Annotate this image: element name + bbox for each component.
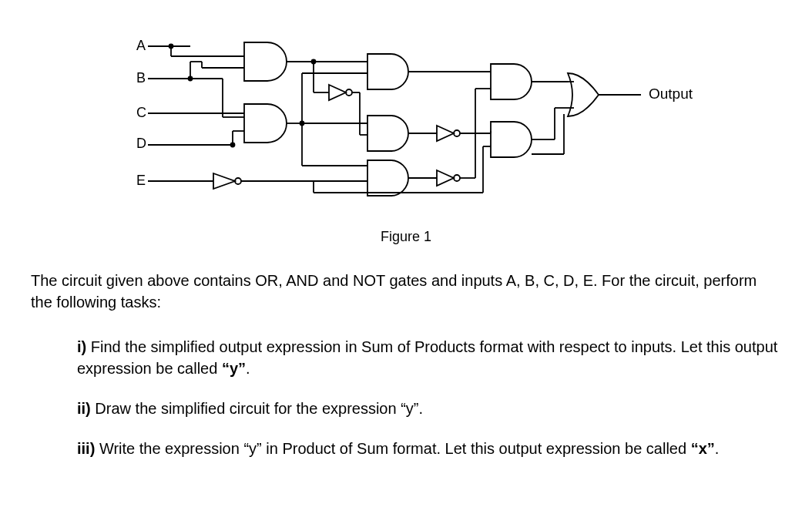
task-iii-tail: .	[715, 440, 720, 457]
input-label-b: B	[136, 70, 146, 86]
not-gate-bot2	[437, 170, 460, 186]
task-i-body: Find the simplified output expression in…	[77, 338, 777, 377]
or-gate-output	[568, 73, 599, 116]
input-label-d: D	[136, 136, 146, 151]
intro-text: The circuit given above contains OR, AND…	[31, 270, 781, 313]
task-i: i) Find the simplified output expression…	[77, 336, 781, 379]
not-gate-g1out	[329, 85, 352, 100]
task-iii: iii) Write the expression “y” in Product…	[77, 438, 781, 459]
task-i-prefix: i)	[77, 338, 91, 355]
input-label-e: E	[136, 173, 146, 188]
task-i-quote: “y”	[222, 360, 246, 377]
task-ii: ii) Draw the simplified circuit for the …	[77, 398, 781, 419]
svg-point-7	[169, 45, 173, 49]
svg-point-18	[231, 143, 235, 147]
output-label: Output	[649, 86, 693, 102]
and-gate-g2	[244, 104, 287, 143]
input-label-c: C	[136, 105, 146, 120]
task-iii-prefix: iii)	[77, 440, 99, 457]
and-gate-top2	[367, 54, 408, 89]
circuit-diagram: A B C D E	[106, 31, 706, 216]
task-iii-quote: “x”	[691, 440, 715, 457]
not-gate-mid2	[437, 126, 460, 141]
and-gate-bot3	[491, 122, 532, 157]
task-list: i) Find the simplified output expression…	[77, 336, 781, 459]
and-gate-bot2	[367, 160, 408, 196]
input-label-a: A	[136, 38, 146, 53]
figure-caption: Figure 1	[31, 227, 781, 247]
task-iii-body: Write the expression “y” in Product of S…	[99, 440, 691, 457]
task-ii-body: Draw the simplified circuit for the expr…	[95, 400, 423, 417]
and-gate-top3	[491, 64, 532, 99]
and-gate-mid2	[367, 116, 408, 151]
and-gate-g1	[244, 42, 287, 81]
task-i-tail: .	[246, 360, 250, 377]
not-gate-e	[213, 173, 241, 189]
task-ii-prefix: ii)	[77, 400, 95, 417]
